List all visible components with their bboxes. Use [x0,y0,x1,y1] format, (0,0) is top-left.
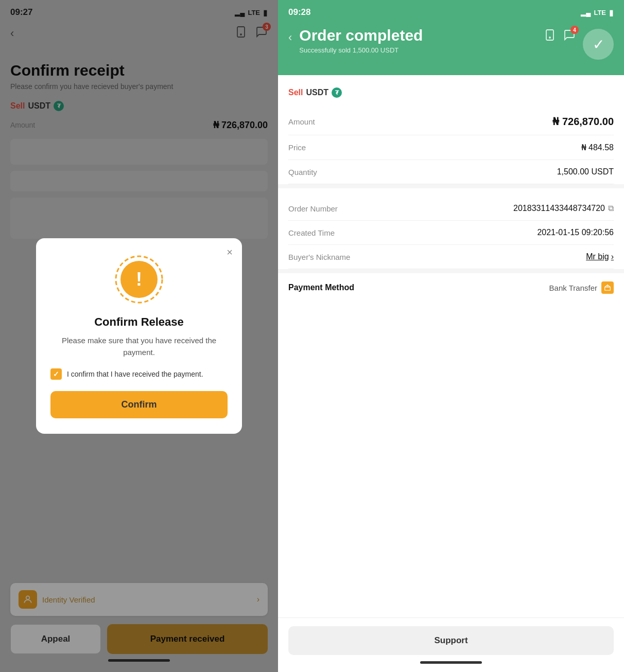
modal-checkbox[interactable]: ✓ [50,368,62,380]
right-tether-icon: ₮ [332,87,342,98]
buyer-nickname-value[interactable]: Mr big › [586,252,614,261]
created-time-row: Created Time 2021-01-15 09:20:56 [288,221,614,245]
right-battery-icon: ▮ [609,8,614,17]
right-phone-icon[interactable] [544,29,556,44]
right-chat-badge: 4 [570,26,579,34]
amount-info-value: ₦ 726,870.00 [552,115,614,128]
warning-circle-icon: ! [120,261,158,298]
bank-transfer-icon [601,281,614,294]
right-lte-label: LTE [594,9,606,16]
checkmark-circle-icon: ✓ [593,36,604,53]
right-page-subtitle: Successfully sold 1,500.00 USDT [299,46,423,54]
right-sell-row: Sell USDT ₮ [288,87,614,98]
modal-checkbox-label: I confirm that I have received the payme… [67,370,203,378]
copy-icon[interactable]: ⧉ [608,204,614,213]
quantity-info-row: Quantity 1,500.00 USDT [288,160,614,184]
support-button[interactable]: Support [288,626,614,655]
price-info-value: ₦ 484.58 [581,143,614,152]
svg-point-5 [549,37,550,38]
right-chat-icon[interactable]: 4 [563,29,576,44]
svg-rect-6 [605,287,611,290]
payment-method-label: Payment Method [288,283,354,292]
right-content: Sell USDT ₮ Amount ₦ 726,870.00 Price ₦ … [278,75,624,617]
right-signal-icon: ▂▄ [581,9,591,16]
right-status-bar: 09:28 ▂▄ LTE ▮ [278,0,624,22]
divider-2 [278,269,624,273]
price-info-row: Price ₦ 484.58 [288,135,614,160]
exclamation-icon: ! [136,270,142,289]
modal-close-button[interactable]: × [227,246,233,258]
right-panel: 09:28 ▂▄ LTE ▮ ‹ Order completed Success… [278,0,624,672]
quantity-info-label: Quantity [288,168,317,176]
confirm-release-modal: × ! Confirm Release Please make sure tha… [36,238,242,434]
buyer-nickname-text: Mr big [586,252,609,261]
modal-overlay: × ! Confirm Release Please make sure tha… [0,0,278,672]
modal-title: Confirm Release [50,315,228,329]
buyer-nickname-row: Buyer's Nickname Mr big › [288,245,614,269]
svg-rect-4 [546,30,553,40]
amount-info-row: Amount ₦ 726,870.00 [288,108,614,135]
order-number-row: Order Number 20183311433448734720 ⧉ [288,197,614,221]
payment-method-value: Bank Transfer [549,281,614,294]
order-number-value-group: 20183311433448734720 ⧉ [513,204,614,213]
left-panel: 09:27 ▂▄ LTE ▮ ‹ 3 Confirm re [0,0,278,672]
right-back-button[interactable]: ‹ [288,27,292,44]
created-time-value: 2021-01-15 09:20:56 [537,228,614,237]
checkmark-icon: ✓ [53,370,59,378]
quantity-info-value: 1,500.00 USDT [557,167,614,176]
buyer-nickname-label: Buyer's Nickname [288,253,350,261]
modal-confirm-button[interactable]: Confirm [50,391,228,418]
payment-method-row: Payment Method Bank Transfer [288,273,614,302]
right-sell-label: Sell [288,88,303,97]
order-number-value: 20183311433448734720 [513,204,605,213]
buyer-nickname-arrow-icon: › [611,252,614,261]
modal-checkbox-row[interactable]: ✓ I confirm that I have received the pay… [50,368,228,380]
right-time: 09:28 [288,7,310,17]
right-header: ‹ Order completed Successfully sold 1,50… [278,22,624,75]
right-usdt-label: USDT [306,88,328,97]
right-status-icons: ▂▄ LTE ▮ [581,8,614,17]
right-bottom: Support [278,617,624,672]
created-time-label: Created Time [288,228,335,237]
order-number-label: Order Number [288,204,338,213]
order-complete-icon: ✓ [583,29,614,60]
payment-method-text: Bank Transfer [549,284,597,292]
price-info-label: Price [288,143,306,152]
divider [278,184,624,188]
amount-info-label: Amount [288,117,315,126]
modal-description: Please make sure that you have received … [50,335,228,358]
right-title-group: Order completed Successfully sold 1,500.… [299,27,423,54]
right-page-title: Order completed [299,27,423,44]
right-home-indicator [420,661,482,664]
